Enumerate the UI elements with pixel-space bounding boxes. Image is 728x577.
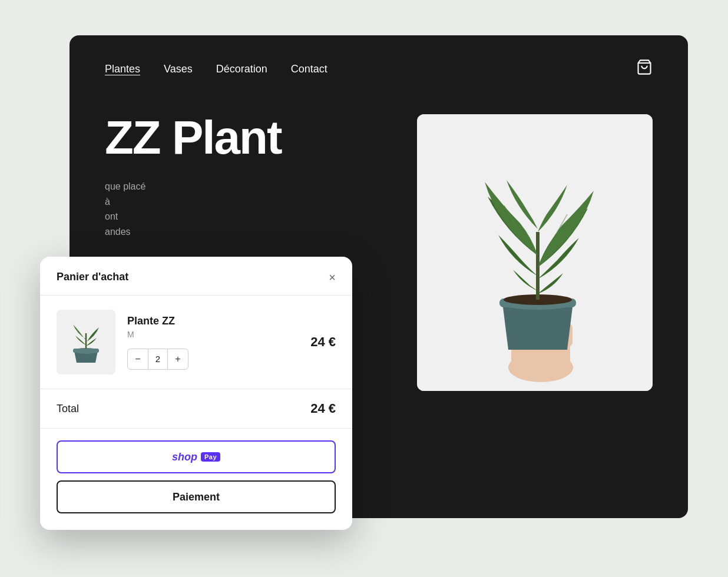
product-image xyxy=(417,114,653,391)
cart-item-name: Plante ZZ xyxy=(127,315,299,327)
svg-rect-17 xyxy=(73,349,99,353)
product-title: ZZ Plant xyxy=(105,114,382,161)
cart-actions: shop Pay Paiement xyxy=(40,429,352,530)
shop-pay-text: shop xyxy=(172,451,197,463)
cart-total-label: Total xyxy=(57,403,79,415)
cart-total: Total 24 € xyxy=(40,389,352,429)
nav-item-contact[interactable]: Contact xyxy=(291,63,327,75)
quantity-value: 2 xyxy=(148,349,168,369)
cart-header: Panier d'achat × xyxy=(40,257,352,296)
cart-item-variant: M xyxy=(127,330,299,339)
navigation: Plantes Vases Décoration Contact xyxy=(70,35,688,102)
shop-pay-button[interactable]: shop Pay xyxy=(57,440,336,473)
cart-item: Plante ZZ M − 2 + 24 € xyxy=(40,296,352,389)
quantity-decrease-button[interactable]: − xyxy=(128,349,148,369)
cart-total-price: 24 € xyxy=(310,401,336,416)
close-button[interactable]: × xyxy=(329,271,336,283)
cart-modal: Panier d'achat × xyxy=(40,257,352,530)
nav-item-vases[interactable]: Vases xyxy=(164,63,193,75)
cart-item-price: 24 € xyxy=(310,334,336,350)
cart-title: Panier d'achat xyxy=(57,271,128,283)
nav-item-decoration[interactable]: Décoration xyxy=(216,63,267,75)
shop-pay-badge: Pay xyxy=(201,452,220,462)
cart-item-image xyxy=(57,310,115,374)
quantity-increase-button[interactable]: + xyxy=(168,349,188,369)
cart-icon[interactable] xyxy=(636,59,653,79)
product-description: que placéàontandes xyxy=(105,179,293,239)
cart-item-details: Plante ZZ M − 2 + xyxy=(127,315,299,370)
nav-item-plantes[interactable]: Plantes xyxy=(105,63,140,75)
payment-button[interactable]: Paiement xyxy=(57,480,336,513)
quantity-control: − 2 + xyxy=(127,349,188,370)
